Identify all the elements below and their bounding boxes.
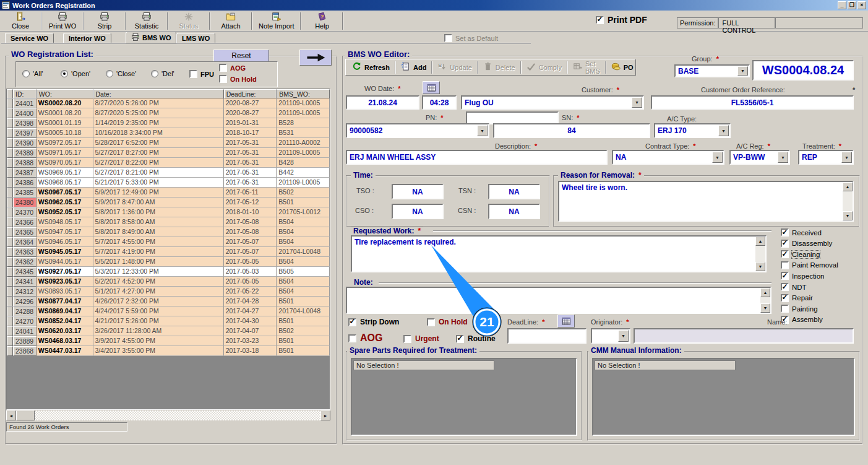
cell-id[interactable]: 24387 <box>13 168 37 178</box>
cell-bms-wo[interactable]: B504 <box>277 237 330 247</box>
cell-bms-wo[interactable]: B502 <box>277 326 330 336</box>
close-window-button[interactable]: × <box>857 1 866 9</box>
cell-wo[interactable]: WS0002.08.20 <box>37 98 93 108</box>
process-step-inspection[interactable]: Inspection <box>781 272 824 280</box>
cell-date[interactable]: 5/8/2017 8:58:00 AM <box>93 217 224 227</box>
wo-date-field[interactable]: 21.08.24 <box>346 95 419 110</box>
cell-wo[interactable]: WS0952.05.17 <box>37 207 93 217</box>
row-selector[interactable] <box>7 257 13 267</box>
table-row[interactable]: 24386WS0968.05.175/21/2017 5:33:00 PM201… <box>7 178 330 188</box>
row-selector[interactable] <box>7 346 13 356</box>
routine-checkbox[interactable] <box>456 335 464 343</box>
cell-date[interactable]: 3/9/2017 4:55:00 PM <box>93 336 224 346</box>
row-selector[interactable] <box>7 287 13 297</box>
cell-id[interactable]: 24386 <box>13 178 37 188</box>
ac-type-combobox[interactable]: ERJ 170 ▼ <box>654 123 731 138</box>
row-selector[interactable] <box>7 188 13 198</box>
cell-bms-wo[interactable]: 201109-L0005 <box>277 148 330 158</box>
row-selector[interactable] <box>7 297 13 306</box>
row-selector[interactable] <box>7 128 13 138</box>
table-row[interactable]: 24270WS0852.04.174/21/2017 5:26:00 PM201… <box>7 316 330 326</box>
cell-date[interactable]: 5/27/2017 8:27:00 PM <box>93 148 224 158</box>
cell-wo[interactable]: WS0947.05.17 <box>37 227 93 237</box>
cell-date[interactable]: 5/9/2017 8:47:00 AM <box>93 198 224 207</box>
filter-radio-del[interactable]: 'Del' <box>151 70 174 77</box>
cell-deadline[interactable]: 2020-08-27 <box>224 108 277 118</box>
note-textarea[interactable]: ▲▼ <box>346 287 771 314</box>
cell-wo[interactable]: WS0001.01.19 <box>37 118 93 128</box>
editor-button-update[interactable]: BUpdate <box>434 61 475 74</box>
cell-bms-wo[interactable]: B504 <box>277 227 330 237</box>
table-row[interactable]: 24380WS0962.05.175/9/2017 8:47:00 AM2017… <box>7 198 330 207</box>
table-row[interactable]: 23868WS0447.03.173/4/2017 3:55:00 PM2017… <box>7 346 330 356</box>
minimize-button[interactable]: _ <box>838 1 846 9</box>
row-selector[interactable] <box>7 326 13 336</box>
cell-bms-wo[interactable]: B501 <box>277 336 330 346</box>
table-row[interactable]: 24389WS0971.05.175/27/2017 8:27:00 PM201… <box>7 148 330 158</box>
cell-date[interactable]: 5/8/2017 8:49:00 AM <box>93 227 224 237</box>
group-combobox[interactable]: BASE ▼ <box>674 64 750 77</box>
cell-deadline[interactable]: 2017-05-31 <box>224 158 277 168</box>
checkbox-icon[interactable] <box>781 250 789 258</box>
row-selector[interactable] <box>7 306 13 316</box>
table-row[interactable]: 24345WS0927.05.175/3/2017 12:33:00 PM201… <box>7 267 330 277</box>
chevron-down-icon[interactable]: ▼ <box>841 152 852 163</box>
wo-time-field[interactable]: 04:28 <box>422 95 457 110</box>
contract-type-combobox[interactable]: NA ▼ <box>612 150 724 165</box>
cell-id[interactable]: 24401 <box>13 98 37 108</box>
fpu-filter[interactable]: FPU <box>189 70 214 78</box>
scroll-down-icon[interactable]: ▼ <box>755 262 765 271</box>
table-row[interactable]: 24388WS0970.05.175/27/2017 8:22:00 PM201… <box>7 158 330 168</box>
cell-wo[interactable]: WS0620.03.17 <box>37 326 93 336</box>
cell-id[interactable]: 24312 <box>13 287 37 297</box>
cell-date[interactable]: 5/7/2017 4:19:00 PM <box>93 247 224 257</box>
scrollbar-thumb[interactable] <box>16 411 35 420</box>
cell-id[interactable]: 24288 <box>13 306 37 316</box>
cell-wo[interactable]: WS0970.05.17 <box>37 158 93 168</box>
sn-field[interactable]: 84 <box>493 123 650 138</box>
cell-id[interactable]: 24398 <box>13 118 37 128</box>
cell-id[interactable]: 24362 <box>13 257 37 267</box>
table-row[interactable]: 24362WS0944.05.175/5/2017 1:48:00 PM2017… <box>7 257 330 267</box>
cell-deadline[interactable]: 2017-05-31 <box>224 148 277 158</box>
row-selector[interactable] <box>7 148 13 158</box>
scroll-right-icon[interactable]: ► <box>320 411 330 420</box>
cell-id[interactable]: 24397 <box>13 128 37 138</box>
process-step-received[interactable]: Received <box>781 228 822 237</box>
scroll-up-icon[interactable]: ▲ <box>843 182 853 191</box>
table-row[interactable]: 24296WS0877.04.174/26/2017 2:32:00 PM201… <box>7 297 330 306</box>
toolbar-button-print-wo[interactable]: Print WO <box>44 11 81 30</box>
cell-deadline[interactable]: 2017-05-11 <box>224 188 277 198</box>
table-row[interactable]: 24390WS0972.05.175/28/2017 6:52:00 PM201… <box>7 138 330 148</box>
on-hold-filter-checkbox[interactable] <box>219 75 227 83</box>
cell-date[interactable]: 3/26/2017 11:28:00 AM <box>93 326 224 336</box>
cell-deadline[interactable]: 2018-10-17 <box>224 128 277 138</box>
row-selector[interactable] <box>7 138 13 148</box>
editor-button-comply[interactable]: Comply <box>523 61 565 74</box>
cell-wo[interactable]: WS0001.08.20 <box>37 108 93 118</box>
cell-date[interactable]: 5/1/2017 4:27:00 PM <box>93 287 224 297</box>
row-selector[interactable] <box>7 207 13 217</box>
toolbar-button-statistic[interactable]: Statistic <box>128 11 165 30</box>
cell-bms-wo[interactable]: B528 <box>277 118 330 128</box>
cell-bms-wo[interactable]: B442 <box>277 168 330 178</box>
cell-deadline[interactable]: 2017-05-07 <box>224 247 277 257</box>
spare-parts-listbox[interactable]: No Selection ! <box>351 358 577 436</box>
editor-button-po[interactable]: PO <box>608 61 637 74</box>
cell-bms-wo[interactable]: 201109-L0005 <box>277 98 330 108</box>
cell-bms-wo[interactable]: B502 <box>277 188 330 198</box>
table-row[interactable]: 24365WS0947.05.175/8/2017 8:49:00 AM2017… <box>7 227 330 237</box>
cell-id[interactable]: 24370 <box>13 207 37 217</box>
toolbar-button-help[interactable]: ?Help <box>303 11 340 30</box>
cell-date[interactable]: 10/16/2018 3:34:00 PM <box>93 128 224 138</box>
cell-wo[interactable]: WS0962.05.17 <box>37 198 93 207</box>
cell-deadline[interactable]: 2017-05-31 <box>224 138 277 148</box>
cell-id[interactable]: 24364 <box>13 237 37 247</box>
checkbox-icon[interactable] <box>781 261 789 269</box>
process-step-cleaning[interactable]: Cleaning <box>781 250 820 258</box>
tab-interior-wo[interactable]: Interior WO <box>63 33 111 43</box>
reason-scrollbar[interactable]: ▲▼ <box>843 182 853 220</box>
toolbar-button-strip[interactable]: Strip <box>86 11 123 30</box>
cell-bms-wo[interactable]: 201705-L0012 <box>277 207 330 217</box>
cell-id[interactable]: 24390 <box>13 138 37 148</box>
